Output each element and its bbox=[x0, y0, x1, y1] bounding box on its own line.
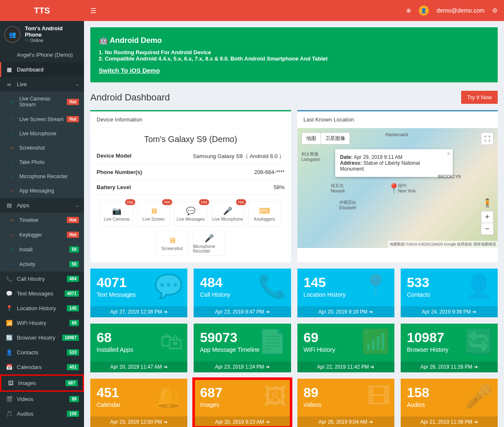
sidebar-dashboard[interactable]: ▦ Dashboard bbox=[0, 62, 84, 77]
sidebar-item[interactable]: ○App Messaging bbox=[0, 184, 84, 198]
sidebar-item[interactable]: ○Activity59 bbox=[0, 257, 84, 271]
sidebar-item[interactable]: ○TimelineHot bbox=[0, 213, 84, 227]
user-avatar-icon[interactable]: 👤 bbox=[419, 5, 429, 16]
circle-icon: 📍 bbox=[5, 305, 13, 311]
zoom-in-button[interactable]: + bbox=[481, 211, 493, 223]
stat-tile[interactable]: 10987Browser History🔄Apr 26, 2019 11:26 … bbox=[401, 324, 498, 372]
hot-badge: Hot bbox=[236, 199, 246, 205]
sidebar-item-label: Microphone Recorder bbox=[19, 174, 79, 179]
tile-timestamp: Apr 24, 2019 9:39 PM bbox=[401, 306, 498, 317]
main-content: Android Demo 1. No Rooting Required For … bbox=[84, 21, 504, 427]
tile-timestamp: Apr 21, 2019 11:38 PM bbox=[401, 416, 498, 427]
stat-tile[interactable]: 451Calendar🔔Apr 23, 2019 12:00 PM bbox=[90, 379, 187, 427]
android-demo-banner: Android Demo 1. No Rooting Required For … bbox=[90, 27, 498, 82]
sidebar-apps[interactable]: ▤ Apps ⌄ bbox=[0, 198, 84, 213]
circle-icon: ○ bbox=[8, 174, 16, 179]
badge: 59 bbox=[69, 246, 79, 253]
stat-tile[interactable]: 89Videos🎞Apr 26, 2019 9:04 AM bbox=[297, 379, 394, 427]
circle-icon: ○ bbox=[8, 116, 16, 122]
sidebar-item[interactable]: 🔄Browser Hisotry10987 bbox=[0, 330, 84, 345]
device-title: Tom's Galaxy S9 (Demo) bbox=[90, 128, 291, 148]
badge: Hot bbox=[67, 99, 79, 105]
badge: 59 bbox=[69, 261, 79, 267]
switch-to-ios-link[interactable]: Switch To iOS Demo bbox=[99, 67, 160, 74]
stat-tile[interactable]: 4071Text Messages💬Apr 27, 2019 12:38 PM bbox=[90, 269, 187, 317]
sidebar-demo-device[interactable]: Angel's iPhone (Demo) bbox=[0, 47, 84, 62]
map-viewport[interactable]: 地图卫星图像 ⛶ × Date: Apr 29, 2019 9:11 AM Ad… bbox=[297, 128, 498, 248]
sidebar-item[interactable]: 👤Contacts533 bbox=[0, 345, 84, 360]
shortcut-tile[interactable]: 🎤Microphone Recorder bbox=[193, 231, 226, 256]
badge: Hot bbox=[67, 116, 79, 122]
device-info-row: Battery Level58% bbox=[97, 180, 285, 195]
shortcut-tile[interactable]: Hot💬Live Messages bbox=[174, 201, 207, 227]
sidebar-item-label: Screenshot bbox=[19, 145, 79, 151]
hot-badge: Hot bbox=[162, 199, 172, 205]
badge: 451 bbox=[67, 364, 79, 370]
sidebar-item[interactable]: ○Live Screen StreamHot bbox=[0, 112, 84, 127]
stat-tile[interactable]: 158Audios🎤Apr 21, 2019 11:38 PM bbox=[401, 379, 498, 427]
sidebar-live[interactable]: ∞ Live ⌄ bbox=[0, 77, 84, 92]
sidebar-item[interactable]: 📶WiFi Hisotry69 bbox=[0, 316, 84, 330]
circle-icon: ○ bbox=[8, 145, 16, 151]
sidebar-item[interactable]: 📍Location History145 bbox=[0, 301, 84, 316]
sidebar-item[interactable]: ○Live Microphone bbox=[0, 127, 84, 141]
shortcut-tile[interactable]: Hot📷Live Cameras bbox=[100, 201, 133, 227]
badge: Hot bbox=[67, 217, 79, 223]
sidebar-item[interactable]: 📞Call Hisotry484 bbox=[0, 271, 84, 286]
sidebar-item-label: Contacts bbox=[17, 349, 67, 356]
panel-header: Last Known Location bbox=[297, 111, 498, 128]
pegman-icon[interactable]: 🧍 bbox=[482, 198, 493, 208]
stat-tile[interactable]: 687Images🖼Apr 20, 2019 9:23 AM bbox=[194, 379, 291, 427]
stat-tile[interactable]: 68Installed Apps🛍Apr 20, 2019 11:47 AM bbox=[90, 324, 187, 372]
dashboard-title: Android Dashboard bbox=[90, 92, 170, 103]
map-zoom-control: + − bbox=[481, 211, 494, 235]
sidebar-item-label: Timeline bbox=[19, 217, 67, 223]
try-it-now-button[interactable]: Try It Now bbox=[461, 91, 498, 104]
sidebar-item[interactable]: ○Screenshot bbox=[0, 141, 84, 155]
zoom-out-button[interactable]: − bbox=[481, 223, 493, 235]
circle-icon: ○ bbox=[8, 99, 16, 105]
circle-icon: 🎬 bbox=[5, 396, 13, 402]
sidebar-item[interactable]: ○Take Photo bbox=[0, 155, 84, 169]
user-email[interactable]: demo@demo.com bbox=[436, 7, 485, 14]
sidebar-item[interactable]: ○Live Cameras StreamHot bbox=[0, 92, 84, 112]
sidebar-item-label: Install bbox=[19, 247, 69, 253]
stat-tile[interactable]: 145Location History📍Apr 20, 2019 9:19 PM bbox=[297, 269, 394, 317]
sidebar-item[interactable]: ○KeyloggerHot bbox=[0, 227, 84, 242]
hot-badge: Hot bbox=[125, 199, 135, 205]
shortcut-tile[interactable]: 🖥Screenshot bbox=[156, 231, 189, 256]
close-icon[interactable]: × bbox=[447, 151, 450, 157]
map-type-control[interactable]: 地图卫星图像 bbox=[302, 132, 350, 145]
android-icon[interactable]: ⊕ bbox=[406, 7, 411, 14]
settings-icon[interactable]: ⚙ bbox=[492, 7, 498, 14]
sidebar-item[interactable]: 🎬Videos89 bbox=[0, 392, 84, 406]
location-panel: Last Known Location 地图卫星图像 ⛶ × Date: Apr… bbox=[297, 110, 498, 262]
chevron-down-icon: ⌄ bbox=[76, 82, 79, 87]
sidebar-item[interactable]: 📅Calendars451 bbox=[0, 360, 84, 374]
shortcut-icon: 🎤 bbox=[205, 234, 214, 243]
badge: 687 bbox=[66, 380, 78, 386]
sidebar-item[interactable]: 🖼Images687 bbox=[0, 374, 84, 392]
shortcut-tile[interactable]: ⌨Keyloggers bbox=[248, 201, 281, 227]
fullscreen-icon[interactable]: ⛶ bbox=[481, 132, 494, 145]
tile-timestamp: Apr 27, 2019 12:38 PM bbox=[90, 306, 187, 317]
device-avatar-icon: 👥 bbox=[4, 26, 21, 43]
stat-tile[interactable]: 484Call History📞Apr 23, 2019 8:47 PM bbox=[194, 269, 291, 317]
stat-tile[interactable]: 59073App Message Timeline📄Apr 23, 2019 1… bbox=[194, 324, 291, 372]
shortcut-icon: 📷 bbox=[112, 206, 121, 216]
sidebar-item[interactable]: ○Install59 bbox=[0, 242, 84, 257]
shortcut-tile[interactable]: Hot🎤Live Microphone bbox=[211, 201, 244, 227]
tile-icon: 📍 bbox=[361, 273, 390, 300]
tile-timestamp: Apr 20, 2019 11:47 AM bbox=[90, 361, 187, 372]
sidebar-toggle-icon[interactable]: ☰ bbox=[90, 7, 96, 15]
sidebar-item[interactable]: 💬Text Messages4071 bbox=[0, 286, 84, 301]
stat-tile[interactable]: 533Contacts👤Apr 24, 2019 9:39 PM bbox=[401, 269, 498, 317]
app-logo[interactable]: TTS bbox=[0, 0, 84, 21]
badge: 158 bbox=[67, 411, 79, 417]
sidebar-item[interactable]: ○Microphone Recorder bbox=[0, 169, 84, 184]
stat-tile[interactable]: 69WiFi History📶Apr 22, 2019 11:42 PM bbox=[297, 324, 394, 372]
sidebar-item-label: Activity bbox=[19, 261, 69, 267]
shortcut-tile[interactable]: Hot🖥Live Screen bbox=[137, 201, 170, 227]
badge: 145 bbox=[67, 305, 79, 311]
sidebar-item[interactable]: 🎵Audios158 bbox=[0, 406, 84, 421]
